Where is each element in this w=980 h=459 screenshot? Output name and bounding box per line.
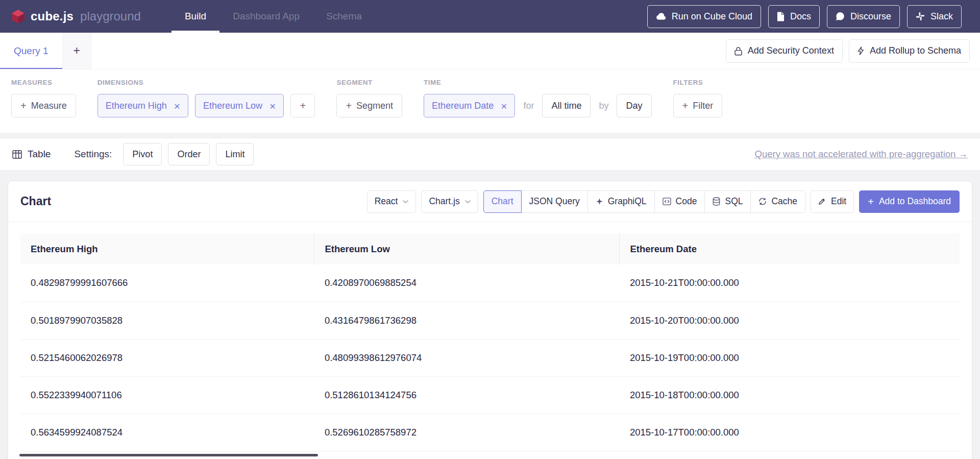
add-segment-button[interactable]: + Segment [336, 94, 402, 117]
brand[interactable]: cube.js playground [11, 0, 141, 33]
table-cell: 2015-10-21T00:00:00.000 [620, 264, 960, 302]
add-query-tab-button[interactable]: + [62, 33, 91, 69]
column-header-ethereum-high: Ethereum High [20, 233, 314, 264]
view-sql-button[interactable]: SQL [704, 190, 751, 213]
plus-icon: + [74, 44, 80, 58]
dimension-chip[interactable]: Ethereum Low × [195, 94, 284, 117]
settings-bar: Table Settings: Pivot Order Limit Query … [0, 138, 980, 171]
view-chart-button[interactable]: Chart [483, 190, 522, 213]
nav-tab-build[interactable]: Build [172, 0, 219, 33]
brand-suffix: playground [80, 9, 141, 23]
button-label: Table [28, 149, 51, 160]
limit-button[interactable]: Limit [216, 143, 254, 165]
query-tab-1[interactable]: Query 1 [0, 33, 62, 69]
pivot-button[interactable]: Pivot [123, 143, 162, 165]
table-cell: 0.5634599924087524 [20, 414, 314, 451]
measures-label: MEASURES [11, 79, 76, 86]
lock-icon [734, 46, 742, 56]
chip-label: Ethereum Low [203, 101, 262, 111]
table-cell: 0.5215460062026978 [20, 339, 314, 376]
add-dimension-button[interactable]: + [290, 94, 315, 117]
button-label: Add to Dashboard [879, 196, 951, 207]
view-switcher: Chart JSON Query GraphiQL Code SQL [483, 190, 805, 213]
view-json-query-button[interactable]: JSON Query [521, 190, 588, 213]
plus-icon: + [346, 101, 352, 111]
query-tab-actions: Add Security Context Add Rollup to Schem… [726, 39, 970, 63]
table-cell: 0.4316479861736298 [314, 302, 620, 339]
discourse-button[interactable]: Discourse [827, 5, 900, 28]
view-graphiql-button[interactable]: GraphiQL [587, 190, 655, 213]
button-label: Edit [831, 196, 846, 207]
table-cell: 0.48298799991607666 [20, 264, 314, 302]
close-icon[interactable]: × [501, 101, 507, 111]
button-label: Slack [930, 11, 953, 22]
plus-icon: + [682, 101, 689, 111]
chart-library-select[interactable]: Chart.js [421, 190, 478, 213]
table-row: 0.48298799991607666 0.4208970069885254 2… [20, 264, 960, 302]
select-value: Chart.js [429, 196, 459, 207]
button-label: Code [676, 196, 697, 207]
edit-button[interactable]: Edit [811, 190, 854, 213]
column-header-ethereum-date: Ethereum Date [620, 233, 960, 264]
dimensions-label: DIMENSIONS [97, 79, 315, 86]
close-icon[interactable]: × [174, 101, 180, 111]
nav-tab-schema[interactable]: Schema [313, 0, 375, 33]
table-cell: 2015-10-19T00:00:00.000 [620, 339, 960, 376]
table-row: 0.5215460062026978 0.48099398612976074 2… [20, 339, 960, 376]
slack-icon [916, 12, 925, 21]
table-cell: 0.4208970069885254 [314, 264, 620, 302]
filters-group: FILTERS + Filter [673, 79, 723, 117]
table-cell: 0.5522339940071106 [20, 376, 314, 414]
button-label: Filter [693, 101, 713, 111]
add-security-context-button[interactable]: Add Security Context [726, 39, 843, 63]
chart-controls: React Chart.js Chart JSON Query GraphiQL [367, 190, 960, 213]
plus-icon: + [868, 197, 874, 207]
cloud-icon [656, 13, 666, 20]
add-rollup-to-schema-button[interactable]: Add Rollup to Schema [849, 39, 970, 63]
view-cache-button[interactable]: Cache [750, 190, 805, 213]
table-cell: 2015-10-18T00:00:00.000 [620, 376, 960, 414]
button-label: Add Security Context [748, 45, 834, 56]
table-grid-icon [12, 150, 22, 159]
table-row: 0.5634599924087524 0.5269610285758972 20… [20, 414, 960, 451]
close-icon[interactable]: × [270, 101, 276, 111]
add-measure-button[interactable]: + Measure [11, 94, 76, 117]
table-cell: 0.5018979907035828 [20, 302, 314, 339]
table-view-button[interactable]: Table [12, 149, 51, 160]
granularity-button[interactable]: Day [617, 94, 651, 117]
date-range-button[interactable]: All time [542, 94, 591, 117]
query-builder: MEASURES + Measure DIMENSIONS Ethereum H… [0, 69, 980, 133]
brand-name: cube.js [31, 9, 74, 23]
sql-icon [713, 197, 720, 206]
chevron-down-icon [465, 200, 471, 203]
time-dimension-chip[interactable]: Ethereum Date × [424, 94, 515, 117]
dimension-chip[interactable]: Ethereum High × [97, 94, 188, 117]
button-label: Run on Cube Cloud [672, 11, 752, 22]
horizontal-scrollbar-thumb[interactable] [19, 454, 318, 456]
add-filter-button[interactable]: + Filter [673, 94, 723, 117]
add-to-dashboard-button[interactable]: + Add to Dashboard [859, 190, 960, 213]
table-cell: 0.5128610134124756 [314, 376, 620, 414]
chart-title: Chart [20, 195, 51, 208]
lightning-icon [857, 46, 864, 55]
for-label: for [523, 101, 534, 111]
button-label: Chart [492, 196, 513, 207]
button-label: JSON Query [529, 196, 580, 207]
run-on-cube-cloud-button[interactable]: Run on Cube Cloud [647, 5, 761, 28]
time-label: TIME [424, 79, 651, 86]
sync-icon [758, 198, 767, 205]
button-label: SQL [725, 196, 743, 207]
order-button[interactable]: Order [168, 143, 210, 165]
button-label: Discourse [850, 11, 891, 22]
plus-icon: + [300, 101, 306, 111]
button-label: Add Rollup to Schema [870, 45, 961, 56]
nav-tab-dashboard-app[interactable]: Dashboard App [219, 0, 313, 33]
chart-panel: Chart React Chart.js Chart JSON Query Gr [8, 181, 972, 459]
view-code-button[interactable]: Code [654, 190, 705, 213]
query-tab-label: Query 1 [14, 45, 48, 57]
code-icon [663, 198, 671, 205]
preaggregation-link[interactable]: Query was not accelerated with pre-aggre… [755, 149, 968, 160]
framework-select[interactable]: React [367, 190, 416, 213]
docs-button[interactable]: Docs [768, 5, 820, 28]
slack-button[interactable]: Slack [907, 5, 962, 28]
